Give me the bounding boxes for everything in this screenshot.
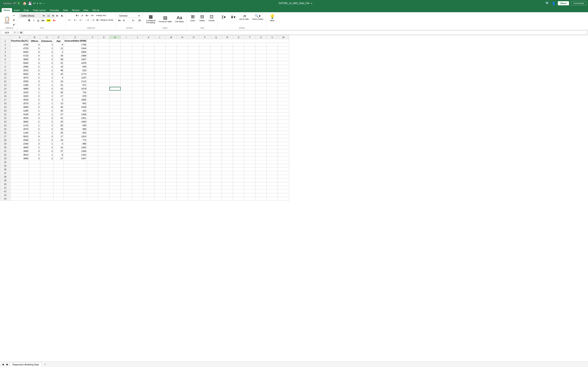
- data-cell[interactable]: 1: [40, 109, 53, 113]
- data-cell[interactable]: 1820: [10, 94, 29, 98]
- empty-cell[interactable]: [210, 193, 222, 197]
- data-cell[interactable]: 678: [64, 94, 87, 98]
- empty-cell[interactable]: [278, 167, 289, 171]
- empty-cell[interactable]: [222, 113, 233, 116]
- empty-cell[interactable]: [233, 197, 244, 201]
- data-cell[interactable]: 2: [29, 94, 40, 98]
- empty-cell[interactable]: [165, 87, 177, 91]
- empty-cell[interactable]: [210, 186, 222, 190]
- decrease-decimal-button[interactable]: .0←: [131, 18, 137, 22]
- empty-cell[interactable]: [233, 61, 244, 65]
- empty-cell[interactable]: [222, 91, 233, 94]
- empty-cell[interactable]: [278, 94, 289, 98]
- empty-cell[interactable]: [210, 65, 222, 68]
- data-cell[interactable]: 2610: [10, 68, 29, 72]
- empty-cell[interactable]: [199, 186, 210, 190]
- empty-cell[interactable]: [255, 120, 267, 124]
- empty-cell[interactable]: [10, 179, 29, 182]
- empty-cell[interactable]: [121, 153, 132, 157]
- empty-cell[interactable]: [109, 76, 121, 80]
- empty-cell[interactable]: [233, 175, 244, 179]
- empty-cell[interactable]: [98, 98, 109, 101]
- empty-cell[interactable]: [244, 138, 255, 142]
- data-cell[interactable]: 2: [40, 87, 53, 91]
- empty-cell[interactable]: [154, 127, 165, 131]
- empty-cell[interactable]: [10, 160, 29, 164]
- empty-cell[interactable]: [210, 91, 222, 94]
- empty-cell[interactable]: [53, 171, 64, 175]
- empty-cell[interactable]: [255, 134, 267, 138]
- empty-cell[interactable]: [98, 65, 109, 68]
- empty-cell[interactable]: [87, 167, 98, 171]
- empty-cell[interactable]: [188, 182, 199, 186]
- data-cell[interactable]: 15: [53, 80, 64, 83]
- data-cell[interactable]: 34: [53, 54, 64, 58]
- data-cell[interactable]: 2: [40, 116, 53, 120]
- empty-cell[interactable]: [233, 72, 244, 76]
- data-cell[interactable]: 2: [40, 146, 53, 149]
- sheet-area[interactable]: A B C D E F G H I J K L M N O P Q: [0, 35, 588, 361]
- data-cell[interactable]: 1447: [64, 157, 87, 160]
- empty-cell[interactable]: [143, 134, 154, 138]
- data-cell[interactable]: 2670: [10, 127, 29, 131]
- empty-cell[interactable]: [165, 76, 177, 80]
- empty-cell[interactable]: [109, 83, 121, 87]
- empty-cell[interactable]: [143, 186, 154, 190]
- empty-cell[interactable]: [278, 160, 289, 164]
- empty-cell[interactable]: [121, 171, 132, 175]
- empty-cell[interactable]: [222, 146, 233, 149]
- empty-cell[interactable]: [278, 131, 289, 134]
- empty-cell[interactable]: [255, 58, 267, 61]
- data-cell[interactable]: 1: [40, 68, 53, 72]
- empty-cell[interactable]: [210, 197, 222, 201]
- empty-cell[interactable]: [87, 146, 98, 149]
- empty-cell[interactable]: [244, 83, 255, 87]
- sort-filter-button[interactable]: ↕▾ Sort & Filter: [238, 13, 251, 21]
- empty-cell[interactable]: [255, 190, 267, 193]
- find-select-button[interactable]: 🔍▾ Find & Select: [251, 13, 265, 21]
- empty-cell[interactable]: [177, 68, 188, 72]
- empty-cell[interactable]: [244, 193, 255, 197]
- empty-cell[interactable]: [53, 167, 64, 171]
- empty-cell[interactable]: [154, 138, 165, 142]
- empty-cell[interactable]: [87, 164, 98, 167]
- empty-cell[interactable]: [109, 182, 121, 186]
- wrap-text-button[interactable]: ↩ Wrap Text: [95, 13, 107, 17]
- empty-cell[interactable]: [222, 98, 233, 101]
- align-top-button[interactable]: ⬆≡: [75, 13, 79, 17]
- col-header-a[interactable]: A: [10, 35, 29, 39]
- font-color-button[interactable]: A▾: [52, 18, 56, 22]
- empty-cell[interactable]: [244, 50, 255, 54]
- data-cell[interactable]: 1110: [10, 124, 29, 127]
- empty-cell[interactable]: [177, 138, 188, 142]
- empty-cell[interactable]: [64, 179, 87, 182]
- data-cell[interactable]: 5: [53, 98, 64, 101]
- empty-cell[interactable]: [278, 80, 289, 83]
- data-cell[interactable]: 1968: [64, 54, 87, 58]
- empty-cell[interactable]: [278, 193, 289, 197]
- empty-cell[interactable]: [278, 98, 289, 101]
- empty-cell[interactable]: [143, 149, 154, 153]
- empty-cell[interactable]: [199, 61, 210, 65]
- empty-cell[interactable]: [222, 160, 233, 164]
- empty-cell[interactable]: [132, 134, 143, 138]
- empty-cell[interactable]: [267, 58, 278, 61]
- empty-cell[interactable]: [222, 175, 233, 179]
- data-cell[interactable]: 2: [40, 43, 53, 47]
- empty-cell[interactable]: [267, 87, 278, 91]
- empty-cell[interactable]: [109, 113, 121, 116]
- data-cell[interactable]: 1678: [64, 87, 87, 91]
- empty-cell[interactable]: [188, 149, 199, 153]
- empty-cell[interactable]: [233, 94, 244, 98]
- empty-cell[interactable]: [98, 50, 109, 54]
- underline-button[interactable]: U: [36, 18, 40, 22]
- empty-cell[interactable]: [188, 160, 199, 164]
- empty-cell[interactable]: [233, 157, 244, 160]
- empty-cell[interactable]: [267, 149, 278, 153]
- empty-cell[interactable]: [210, 68, 222, 72]
- empty-cell[interactable]: [244, 167, 255, 171]
- empty-cell[interactable]: [109, 179, 121, 182]
- empty-cell[interactable]: [109, 101, 121, 105]
- empty-cell[interactable]: [255, 146, 267, 149]
- data-cell[interactable]: 1162: [64, 153, 87, 157]
